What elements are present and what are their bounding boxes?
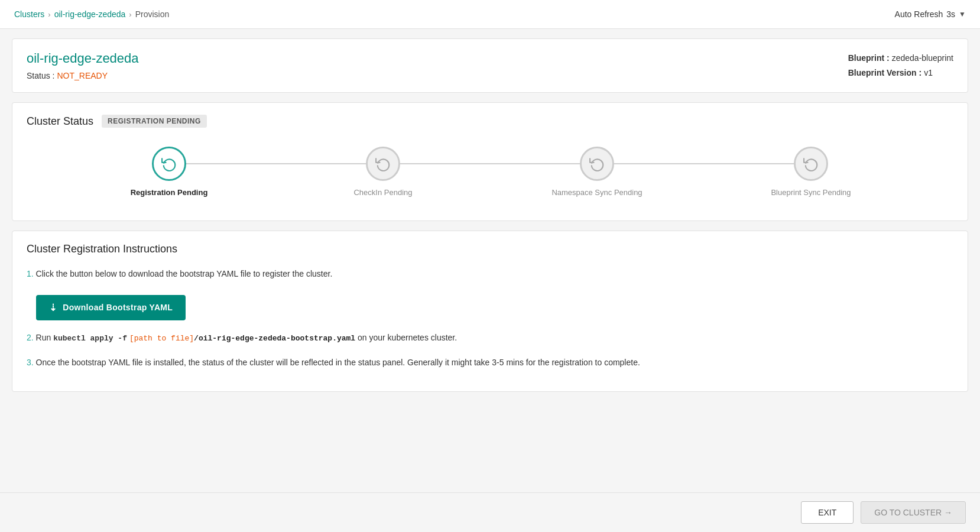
cluster-status-card: Cluster Status REGISTRATION PENDING Regi…: [12, 102, 968, 221]
cluster-status-row: Status : NOT_READY: [27, 71, 139, 80]
cluster-status-title: Cluster Status: [27, 115, 93, 128]
blueprint-label: Blueprint :: [848, 51, 890, 66]
blueprint-version-row: Blueprint Version : v1: [848, 66, 953, 80]
bottom-bar: EXIT GO TO CLUSTER →: [0, 492, 980, 532]
instruction-step-3-text: Once the bootstrap YAML file is installe…: [36, 358, 640, 367]
instruction-step-2-number: 2.: [27, 333, 34, 342]
step-checkin-pending: CheckIn Pending: [276, 147, 490, 197]
step-blueprint-sync-pending: Blueprint Sync Pending: [704, 147, 918, 197]
instruction-step-3-number: 3.: [27, 358, 34, 367]
steps-pipeline: Registration Pending CheckIn Pending: [27, 147, 953, 209]
cluster-status-value: NOT_READY: [57, 71, 108, 80]
instructions-title: Cluster Registration Instructions: [27, 243, 953, 255]
cluster-status-label: Status :: [27, 71, 54, 80]
download-btn-label: Download Bootstrap YAML: [63, 303, 173, 312]
step-3-circle: [580, 147, 614, 181]
step-4-circle-wrapper: [704, 147, 918, 181]
step-1-circle-wrapper: [62, 147, 276, 181]
chevron-down-icon: ▼: [959, 10, 966, 18]
blueprint-row: Blueprint : zededa-blueprint: [848, 51, 953, 66]
status-badge: REGISTRATION PENDING: [102, 115, 207, 128]
instruction-step-2-prefix: Run: [36, 333, 51, 342]
auto-refresh-control[interactable]: Auto Refresh 3s ▼: [895, 9, 966, 19]
instruction-step-3: 3. Once the bootstrap YAML file is insta…: [27, 356, 953, 369]
step-1-label: Registration Pending: [131, 188, 208, 197]
cluster-info-left: oil-rig-edge-zededa Status : NOT_READY: [27, 51, 139, 80]
step-4-circle: [794, 147, 828, 181]
breadcrumb-sep-2: ›: [129, 10, 131, 19]
instruction-step-2: 2. Run kubectl apply -f [path to file]/o…: [27, 331, 953, 345]
blueprint-version-label: Blueprint Version :: [848, 66, 921, 80]
step-3-circle-wrapper: [490, 147, 704, 181]
go-to-cluster-button[interactable]: GO TO CLUSTER →: [861, 501, 966, 524]
auto-refresh-interval: 3s: [946, 9, 955, 19]
instruction-step-1-text: Click the button below to download the b…: [36, 269, 333, 278]
instruction-step-2-file: /oil-rig-edge-zededa-bootstrap.yaml: [194, 334, 355, 343]
auto-refresh-label: Auto Refresh: [895, 9, 943, 19]
breadcrumb-cluster-name[interactable]: oil-rig-edge-zededa: [54, 9, 126, 19]
step-3-label: Namespace Sync Pending: [551, 188, 642, 197]
instruction-step-1: 1. Click the button below to download th…: [27, 267, 953, 280]
download-bootstrap-yaml-button[interactable]: ⇣ Download Bootstrap YAML: [36, 295, 186, 320]
breadcrumb-clusters[interactable]: Clusters: [14, 9, 44, 19]
instruction-step-1-number: 1.: [27, 269, 34, 278]
instructions-card: Cluster Registration Instructions 1. Cli…: [12, 231, 968, 392]
step-namespace-sync-pending: Namespace Sync Pending: [490, 147, 704, 197]
breadcrumb: Clusters › oil-rig-edge-zededa › Provisi…: [14, 9, 169, 19]
download-icon: ⇣: [49, 302, 57, 313]
instruction-step-2-suffix: on your kubernetes cluster.: [358, 333, 457, 342]
step-1-circle: [152, 147, 186, 181]
exit-button[interactable]: EXIT: [801, 501, 854, 524]
main-content: oil-rig-edge-zededa Status : NOT_READY B…: [0, 29, 980, 492]
step-2-circle-wrapper: [276, 147, 490, 181]
blueprint-value: zededa-blueprint: [892, 51, 953, 66]
step-2-circle: [366, 147, 400, 181]
breadcrumb-provision: Provision: [135, 9, 170, 19]
blueprint-version-value: v1: [924, 66, 933, 80]
step-2-label: CheckIn Pending: [353, 188, 412, 197]
cluster-info-card: oil-rig-edge-zededa Status : NOT_READY B…: [12, 38, 968, 93]
top-nav: Clusters › oil-rig-edge-zededa › Provisi…: [0, 0, 980, 29]
cluster-name: oil-rig-edge-zededa: [27, 51, 139, 66]
instruction-step-2-code: kubectl apply -f: [53, 334, 127, 343]
download-btn-wrapper: ⇣ Download Bootstrap YAML: [27, 291, 953, 331]
cluster-status-header: Cluster Status REGISTRATION PENDING: [27, 115, 953, 128]
step-4-label: Blueprint Sync Pending: [771, 188, 851, 197]
cluster-info-right: Blueprint : zededa-blueprint Blueprint V…: [848, 51, 953, 80]
instruction-step-2-path: [path to file]: [129, 334, 194, 343]
breadcrumb-sep-1: ›: [48, 10, 50, 19]
step-registration-pending: Registration Pending: [62, 147, 276, 197]
